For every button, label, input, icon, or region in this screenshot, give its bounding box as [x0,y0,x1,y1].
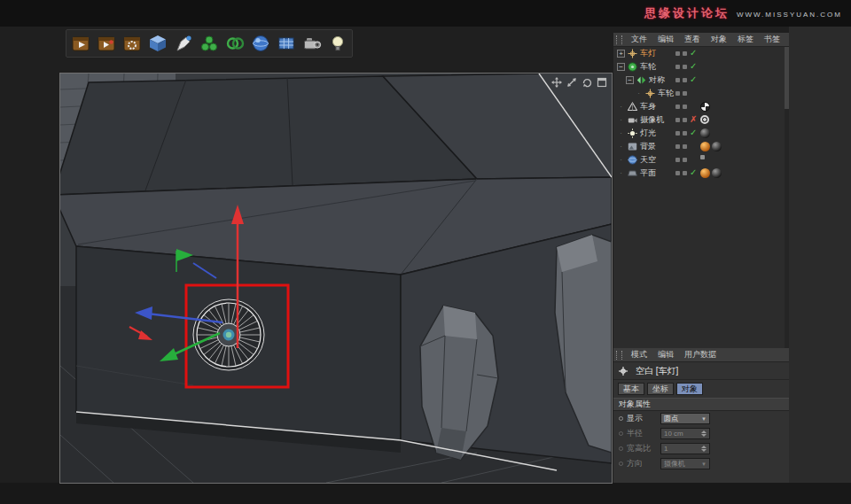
object-row[interactable]: ·背景 [613,140,789,153]
spinner-arrows-icon[interactable] [701,446,707,452]
property-number[interactable]: 10 cm [660,428,710,439]
modeling-boole-icon[interactable] [223,32,246,55]
panel-grip-icon[interactable] [616,351,622,360]
enabled-check-icon[interactable]: ✓ [690,48,697,58]
orange-sphere-tag-icon[interactable] [700,142,710,151]
property-dropdown[interactable]: 摄像机▼ [660,458,710,469]
object-row[interactable]: −对称✓ [613,74,789,87]
menu-item-模式[interactable]: 模式 [626,349,652,361]
primitive-sphere-icon[interactable] [249,32,272,55]
expander-icon[interactable]: − [626,76,634,84]
light-tool-icon[interactable] [326,32,349,55]
primitive-plane-icon[interactable] [275,32,298,55]
rotate-icon[interactable] [582,77,592,88]
generator-array-icon[interactable] [198,32,221,55]
primitive-cube-icon[interactable] [146,32,169,55]
render-picture-viewer-icon[interactable] [95,32,118,55]
menu-item-书签[interactable]: 书签 [759,34,785,45]
small-dot-tag-icon[interactable] [700,155,705,159]
enabled-check-icon[interactable]: ✓ [690,128,697,137]
layer-dot-bottom[interactable] [683,144,687,149]
tab-基本[interactable]: 基本 [618,383,644,395]
enabled-check-icon[interactable]: ✓ [690,74,697,84]
menu-item-对象[interactable]: 对象 [706,34,732,45]
menu-item-文件[interactable]: 文件 [626,34,652,45]
layer-dot-top[interactable] [675,171,680,175]
render-view-icon[interactable] [69,32,92,55]
spline-pen-icon[interactable] [172,32,195,55]
layer-dot-top[interactable] [675,118,680,122]
layer-dot-top[interactable] [675,144,680,149]
orange-sphere-tag-icon[interactable] [700,168,710,178]
keyframe-dot-icon[interactable] [619,431,623,436]
object-manager-scrollbar[interactable] [785,47,789,348]
expander-icon[interactable]: + [617,50,625,58]
tree-dot: · [617,129,625,137]
tab-对象[interactable]: 对象 [676,383,703,395]
layer-dot-bottom[interactable] [683,65,687,69]
layer-dot-top[interactable] [675,65,680,69]
panel-background [789,27,851,483]
expander-icon[interactable]: − [617,63,625,71]
dark-sphere-tag-icon[interactable] [700,128,710,138]
layer-dot-bottom[interactable] [683,78,687,82]
camera-tool-icon[interactable] [301,32,324,55]
property-number[interactable]: 1 [660,443,710,454]
tab-坐标[interactable]: 坐标 [647,383,674,395]
keyframe-dot-icon[interactable] [619,416,623,421]
app-window: 思缘设计论坛 WWW.MISSYUAN.COM [0,0,851,504]
disabled-x-icon[interactable]: ✗ [690,114,697,124]
menu-item-用户数据[interactable]: 用户数据 [679,349,722,361]
menu-item-编辑[interactable]: 编辑 [652,34,679,45]
maximize-icon[interactable] [597,77,607,88]
panel-grip-icon[interactable] [616,35,622,44]
layer-dot-top[interactable] [675,131,680,136]
zoom-icon[interactable] [566,77,577,88]
sky-object-icon [627,155,637,166]
car-model[interactable] [60,74,612,470]
object-row[interactable]: ·平面✓ [613,167,789,180]
enabled-check-icon[interactable]: ✓ [690,167,697,177]
keyframe-dot-icon[interactable] [619,446,623,451]
scrollbar-thumb[interactable] [785,47,789,109]
layer-dot-top[interactable] [675,91,680,96]
object-row[interactable]: ·摄像机✗ [613,113,789,127]
viewport-canvas[interactable] [60,74,612,483]
menu-item-标签[interactable]: 标签 [732,34,759,45]
object-row[interactable]: +车灯✓ [613,47,789,60]
render-settings-icon[interactable] [121,32,144,55]
background-object-icon [627,142,637,152]
layer-dot-bottom[interactable] [683,51,687,56]
property-dropdown[interactable]: 圆点▼ [660,413,710,424]
layer-dot-bottom[interactable] [683,91,687,96]
layer-dot-bottom[interactable] [683,118,687,122]
enabled-check-icon[interactable]: ✓ [690,61,697,71]
pan-icon[interactable] [551,77,562,88]
layer-dot-bottom[interactable] [683,158,687,162]
wheel-object[interactable] [193,299,264,370]
layer-dot-top[interactable] [675,158,680,162]
tag-icons [700,168,723,178]
keyframe-dot-icon[interactable] [619,461,623,466]
object-row[interactable]: ·车轮 [613,87,789,100]
dark-sphere-tag-icon[interactable] [712,142,722,151]
layer-dot-bottom[interactable] [683,171,687,175]
null-object-icon [644,89,655,99]
target-tag-icon[interactable] [700,115,709,124]
layer-dot-bottom[interactable] [683,105,687,109]
checker-sphere-tag-icon[interactable] [700,102,710,112]
object-row[interactable]: ·天空 [613,153,789,167]
object-row[interactable]: −车轮✓ [613,60,789,74]
3d-viewport[interactable] [60,74,612,483]
object-row[interactable]: ·灯光✓ [613,127,789,140]
layer-dot-top[interactable] [675,78,680,82]
layer-dot-top[interactable] [675,105,680,109]
menu-item-编辑[interactable]: 编辑 [652,349,679,361]
dark-sphere-tag-icon[interactable] [712,168,722,178]
tag-icons [700,102,712,112]
spinner-arrows-icon[interactable] [701,430,707,437]
menu-item-查看[interactable]: 查看 [679,34,706,45]
object-row[interactable]: ·车身 [613,100,789,113]
layer-dot-top[interactable] [675,51,680,56]
layer-dot-bottom[interactable] [683,131,687,136]
